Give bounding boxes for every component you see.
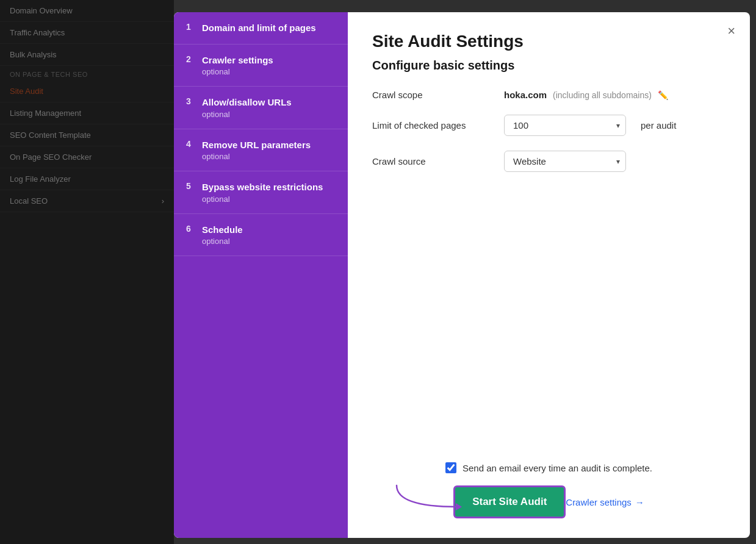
step-1-domain[interactable]: 1 Domain and limit of pages xyxy=(174,12,348,45)
email-notification-row: Send an email every time an audit is com… xyxy=(445,462,652,473)
limit-pages-row: Limit of checked pages 100 500 1000 5000… xyxy=(372,115,725,136)
step-5-number: 5 xyxy=(186,181,196,191)
edit-icon[interactable]: ✏️ xyxy=(658,90,668,100)
crawl-source-row: Crawl source Website Sitemap List of URL… xyxy=(372,151,725,172)
step-4-number: 4 xyxy=(186,139,196,149)
step-3-number: 3 xyxy=(186,96,196,106)
step-2-number: 2 xyxy=(186,54,196,64)
email-checkbox-label: Send an email every time an audit is com… xyxy=(463,463,652,473)
step-5-bypass[interactable]: 5 Bypass website restrictions optional xyxy=(174,171,348,214)
crawl-source-select[interactable]: Website Sitemap List of URLs xyxy=(504,151,626,172)
modal-content: × Site Audit Settings Configure basic se… xyxy=(348,12,750,538)
arrow-annotation-svg xyxy=(391,479,470,513)
step-2-title: Crawler settings xyxy=(202,54,336,66)
step-3-subtitle: optional xyxy=(202,110,336,119)
crawl-scope-domain: hoka.com xyxy=(504,90,547,100)
crawl-scope-note: (including all subdomains) xyxy=(553,90,652,100)
step-3-allow-disallow[interactable]: 3 Allow/disallow URLs optional xyxy=(174,87,348,129)
modal-steps-sidebar: 1 Domain and limit of pages 2 Crawler se… xyxy=(174,12,348,538)
step-5-subtitle: optional xyxy=(202,195,336,204)
step-2-crawler[interactable]: 2 Crawler settings optional xyxy=(174,45,348,87)
crawl-source-label: Crawl source xyxy=(372,156,494,166)
step-1-number: 1 xyxy=(186,22,196,32)
close-button[interactable]: × xyxy=(727,24,735,38)
limit-pages-label: Limit of checked pages xyxy=(372,120,494,131)
step-6-subtitle: optional xyxy=(202,237,336,246)
start-site-audit-button[interactable]: Start Site Audit xyxy=(453,485,566,518)
crawl-scope-value: hoka.com (including all subdomains) ✏️ xyxy=(504,90,668,100)
site-audit-modal: 1 Domain and limit of pages 2 Crawler se… xyxy=(174,12,750,538)
crawler-settings-link[interactable]: Crawler settings → xyxy=(566,497,644,507)
per-audit-text: per audit xyxy=(641,120,676,131)
crawler-settings-arrow-icon: → xyxy=(635,497,644,507)
modal-section-subtitle: Configure basic settings xyxy=(372,59,725,73)
step-1-title: Domain and limit of pages xyxy=(202,22,336,34)
step-5-title: Bypass website restrictions xyxy=(202,181,336,193)
step-6-number: 6 xyxy=(186,224,196,234)
svg-marker-0 xyxy=(456,503,462,510)
step-4-subtitle: optional xyxy=(202,152,336,161)
email-checkbox[interactable] xyxy=(445,462,456,473)
modal-title: Site Audit Settings xyxy=(372,32,725,51)
step-2-subtitle: optional xyxy=(202,67,336,76)
crawl-scope-label: Crawl scope xyxy=(372,90,494,100)
limit-pages-select[interactable]: 100 500 1000 5000 10000 20000 50000 1000… xyxy=(504,115,626,136)
step-4-title: Remove URL parameters xyxy=(202,139,336,151)
step-4-remove-url[interactable]: 4 Remove URL parameters optional xyxy=(174,129,348,172)
step-3-title: Allow/disallow URLs xyxy=(202,96,336,109)
crawl-scope-row: Crawl scope hoka.com (including all subd… xyxy=(372,90,725,100)
crawl-source-select-wrapper: Website Sitemap List of URLs ▾ xyxy=(504,151,626,172)
step-6-schedule[interactable]: 6 Schedule optional xyxy=(174,214,348,257)
step-6-title: Schedule xyxy=(202,224,336,236)
limit-select-wrapper: 100 500 1000 5000 10000 20000 50000 1000… xyxy=(504,115,626,136)
modal-bottom-section: Send an email every time an audit is com… xyxy=(372,448,725,518)
action-buttons-container: Start Site Audit Crawler settings → xyxy=(372,485,725,518)
crawler-settings-link-label: Crawler settings xyxy=(566,497,632,507)
